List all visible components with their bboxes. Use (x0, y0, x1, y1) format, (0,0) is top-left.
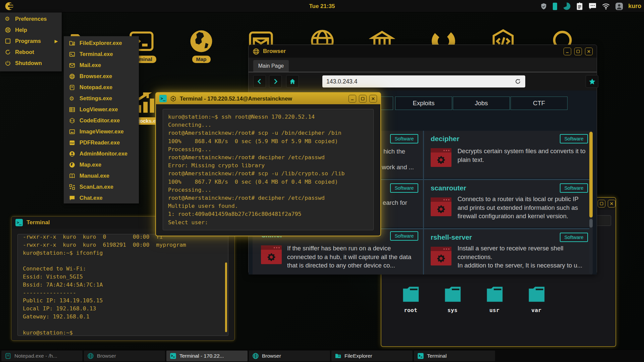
browser-navrow: 143.0.243.4 (249, 72, 597, 90)
content-tab-jobs[interactable]: Jobs (453, 97, 510, 110)
maximize-button[interactable] (598, 200, 605, 207)
card-text-fragment: work and ... (382, 164, 414, 171)
terminal-icon (69, 51, 75, 57)
terminal-text: kuro@station:~$ ssh root@Nessn 170.220.5… (163, 109, 373, 230)
gear-icon (431, 202, 451, 216)
software-title: rshell-server (431, 233, 472, 241)
folder-sys[interactable]: sys (436, 284, 469, 313)
battery-icon[interactable] (552, 2, 557, 11)
url-bar[interactable]: 143.0.243.4 (322, 75, 525, 87)
submenu-item-logviewer[interactable]: LogViewer.exe (64, 104, 139, 115)
svg-text:PDF: PDF (70, 141, 74, 144)
software-card-scanrouter[interactable]: scanrouter Software Connects to a router… (424, 180, 592, 227)
user-avatar-icon[interactable] (615, 2, 623, 10)
menu-item-label: Programs (15, 38, 41, 44)
maximize-button[interactable] (359, 95, 367, 103)
folder-label: sys (436, 307, 469, 313)
software-app-icon (431, 197, 451, 216)
submenu-item-adminmonitor[interactable]: AdminMonitor.exe (64, 148, 139, 159)
close-button[interactable] (369, 95, 377, 103)
folder-root[interactable]: root (394, 284, 427, 313)
menu-item-reboot[interactable]: Reboot (0, 47, 62, 58)
software-badge: Software (560, 134, 588, 143)
submenu-item-terminal[interactable]: Terminal.exe (64, 49, 139, 60)
scrollbar-thumb[interactable] (589, 132, 593, 218)
folder-var[interactable]: var (520, 284, 552, 313)
gear-icon: ⚙ (69, 96, 75, 102)
ssh-terminal-titlebar[interactable]: >_ Terminal - 170.220.52.14@Amerstainckn… (156, 93, 380, 104)
system-tray: kuro (540, 0, 641, 12)
submenu-item-settings[interactable]: ⚙ Settings.exe (64, 93, 139, 104)
gear-icon: ⚙ (5, 16, 11, 22)
taskbar-item-ssh-terminal[interactable]: Terminal - 170.22... (166, 351, 248, 361)
software-badge: Software (390, 134, 418, 143)
bookmark-button[interactable] (586, 75, 598, 88)
user-icon (69, 151, 75, 157)
shield-check-icon[interactable] (540, 2, 547, 10)
menu-item-label: Help (15, 27, 27, 33)
pie-chart-icon[interactable] (562, 2, 571, 10)
submenu-item-manual[interactable]: Manual.exe (64, 170, 139, 181)
submenu-item-pdfreader[interactable]: PDF PDFReader.exe (64, 137, 139, 148)
submenu-item-fileexplorer[interactable]: FileExplorer.exe (64, 38, 139, 49)
submenu-item-scanlan[interactable]: ScanLan.exe (64, 181, 139, 192)
menu-item-shutdown[interactable]: Shutdown (0, 58, 62, 69)
desktop-icon-map[interactable]: Map (185, 28, 217, 63)
folder-label: var (520, 307, 552, 313)
software-description: Connects to a router via its local or pu… (458, 195, 587, 221)
power-icon (5, 60, 11, 66)
submenu-item-browser[interactable]: Browser.exe (64, 71, 139, 82)
taskbar-item-label: Notepad.exe - /h... (14, 353, 57, 359)
menu-item-help[interactable]: Help (0, 24, 62, 36)
taskbar-item-notepad[interactable]: Notepad.exe - /h... (1, 351, 83, 361)
menu-item-label: Preferences (15, 16, 47, 22)
submenu-item-codeeditor[interactable]: CodeEditor.exe (64, 115, 139, 126)
browser-titlebar[interactable]: Browser (249, 45, 597, 58)
menu-item-preferences[interactable]: ⚙ Preferences (0, 13, 62, 24)
software-card-decipher[interactable]: decipher Software Decrypts certain syste… (424, 131, 592, 178)
terminal-icon: >_ (159, 95, 167, 102)
submenu-item-imageviewer[interactable]: ImageViewer.exe (64, 126, 139, 137)
menu-item-programs[interactable]: Programs ▶ (0, 36, 62, 47)
taskbar-item-browser-2[interactable]: Browser (249, 351, 330, 361)
taskbar-item-label: FileExplorer (344, 353, 372, 359)
username[interactable]: kuro (628, 3, 641, 10)
minimize-button[interactable] (348, 95, 356, 103)
maximize-button[interactable] (574, 48, 582, 55)
taskbar-item-browser[interactable]: Browser (84, 351, 165, 361)
submenu-item-mail[interactable]: Mail.exe (64, 60, 139, 71)
terminal-icon: >_ (15, 219, 23, 226)
content-tab-exploits[interactable]: Exploits (395, 97, 452, 110)
software-description: Decrypts certain system files and conver… (458, 147, 587, 164)
scrollbar-track[interactable] (589, 132, 593, 275)
folder-usr[interactable]: usr (478, 284, 511, 313)
minimize-button[interactable] (564, 48, 571, 55)
close-button[interactable] (608, 200, 615, 207)
submenu-item-label: FileExplorer.exe (79, 40, 122, 46)
code-icon (69, 118, 75, 124)
content-tab-ctf[interactable]: CTF (511, 97, 568, 110)
submenu-item-notepad[interactable]: Notepad.exe (64, 82, 139, 93)
browser-page-tab[interactable]: Main Page (253, 60, 289, 72)
close-button[interactable] (585, 48, 593, 55)
reload-icon[interactable] (515, 78, 521, 85)
menu-item-label: Shutdown (15, 60, 42, 66)
taskbar-item-fileexplorer[interactable]: FileExplorer (331, 351, 413, 361)
submenu-item-label: LogViewer.exe (79, 106, 118, 113)
taskbar-item-terminal[interactable]: Terminal (414, 351, 495, 361)
scrollbar-thumb[interactable] (225, 262, 227, 332)
wifi-icon[interactable] (602, 3, 610, 10)
home-button[interactable] (286, 75, 299, 88)
software-title: scanrouter (431, 184, 466, 192)
clipboard-icon[interactable] (576, 2, 583, 10)
submenu-item-map[interactable]: Map.exe (64, 159, 139, 170)
window-title: Terminal - 170.220.52.14@Amerstaincknew (180, 96, 292, 102)
window-title: Browser (263, 48, 286, 55)
forward-button[interactable] (269, 75, 282, 88)
submenu-item-chat[interactable]: Chat.exe (64, 192, 139, 203)
url-text[interactable]: 143.0.243.4 (326, 78, 515, 85)
back-button[interactable] (253, 75, 266, 88)
software-card-rshell-server[interactable]: rshell-server Software Install a server … (424, 229, 592, 275)
image-icon (69, 129, 75, 135)
chat-icon[interactable] (588, 2, 597, 10)
